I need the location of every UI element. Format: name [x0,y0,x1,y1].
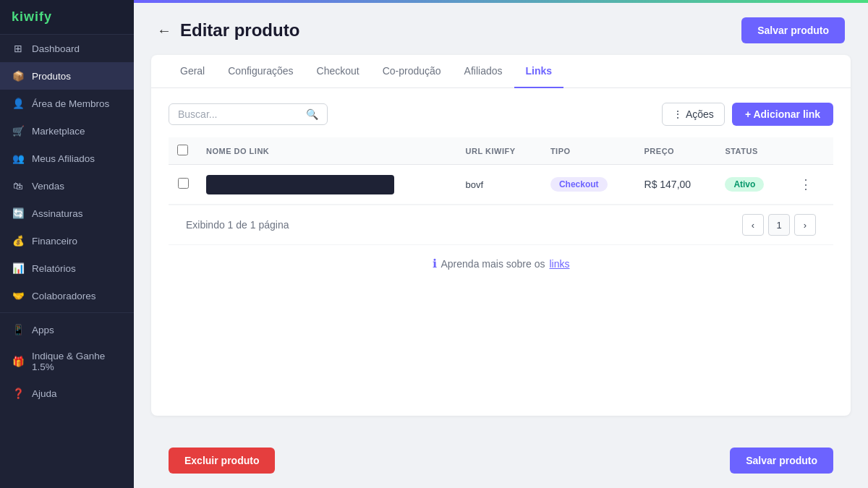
col-preco: PREÇO [636,137,717,165]
row-check [169,165,197,205]
users-icon: 👤 [12,97,25,110]
cell-nome [197,165,457,205]
search-icon: 🔍 [306,108,318,120]
links-table: NOME DO LINK URL KIWIFY TIPO PREÇO STATU… [169,137,833,205]
cell-preco: R$ 147,00 [636,165,717,205]
sidebar-label-assinaturas: Assinaturas [32,208,83,219]
col-check [169,137,197,165]
three-dots-icon: ⋮ [673,108,683,120]
sidebar-item-apps[interactable]: 📱 Apps [0,316,134,343]
cell-row-actions: ⋮ [788,165,833,205]
link-name-redacted [206,175,394,194]
sidebar-label-meus-afiliados: Meus Afiliados [32,153,95,164]
save-product-button-top[interactable]: Salvar produto [741,17,845,43]
sidebar-item-meus-afiliados[interactable]: 👥 Meus Afiliados [0,145,134,172]
sidebar-logo: kiwify [0,0,134,35]
col-url: URL KIWIFY [457,137,542,165]
sidebar-item-ajuda[interactable]: ❓ Ajuda [0,380,134,407]
col-actions [788,137,833,165]
col-tipo: TIPO [542,137,636,165]
bottom-actions: Excluir produto Salvar produto [151,433,851,488]
header-left: ← Editar produto [157,20,299,40]
select-all-checkbox[interactable] [177,145,188,155]
tab-checkout[interactable]: Checkout [305,55,371,88]
gift-icon: 🎁 [12,355,25,368]
team-icon: 🤝 [12,289,25,302]
row-checkbox[interactable] [178,178,189,189]
bar-chart-icon: 📊 [12,262,25,275]
grid-icon: ⊞ [12,42,25,55]
search-box[interactable]: 🔍 [169,103,328,125]
table-body: bovf Checkout R$ 147,00 Ativo ⋮ [169,165,833,205]
store-icon: 🛒 [12,124,25,137]
person-icon: 👥 [12,152,25,165]
search-input[interactable] [178,108,300,120]
logo-text: kiwify [12,9,52,25]
info-link[interactable]: links [549,258,569,270]
sidebar-label-ajuda: Ajuda [32,388,57,399]
cell-url: bovf [457,165,542,205]
cell-tipo: Checkout [542,165,636,205]
info-text: Aprenda mais sobre os [441,258,545,270]
sidebar-label-marketplace: Marketplace [32,126,85,137]
tab-configuracoes[interactable]: Configurações [216,55,305,88]
table-row: bovf Checkout R$ 147,00 Ativo ⋮ [169,165,833,205]
dollar-icon: 💰 [12,234,25,247]
sidebar-label-apps: Apps [32,325,54,335]
col-nome: NOME DO LINK [197,137,457,165]
sidebar-item-indique[interactable]: 🎁 Indique & Ganhe 1.5% [0,343,134,380]
tab-coproducao[interactable]: Co-produção [371,55,453,88]
back-button[interactable]: ← [157,22,171,39]
sidebar-label-area-membros: Área de Membros [32,98,109,109]
tabs-bar: Geral Configurações Checkout Co-produção… [151,55,851,88]
sidebar: kiwify ⊞ Dashboard 📦 Produtos 👤 Área de … [0,0,134,488]
delete-product-button[interactable]: Excluir produto [169,448,275,474]
sidebar-item-financeiro[interactable]: 💰 Financeiro [0,227,134,254]
cell-status: Ativo [716,165,787,205]
table-toolbar: 🔍 ⋮ Ações + Adicionar link [169,103,833,126]
status-badge: Ativo [725,177,764,192]
add-link-button[interactable]: + Adicionar link [732,103,833,126]
row-actions-button[interactable]: ⋮ [796,174,815,195]
content-card: Geral Configurações Checkout Co-produção… [151,55,851,416]
tab-afiliados[interactable]: Afiliados [453,55,514,88]
cart-icon: 🛍 [12,179,25,192]
sidebar-item-colaboradores[interactable]: 🤝 Colaboradores [0,282,134,309]
table-area: 🔍 ⋮ Ações + Adicionar link [151,88,851,296]
sidebar-label-relatorios: Relatórios [32,263,76,274]
pagination-controls: ‹ 1 › [742,214,816,236]
sidebar-label-vendas: Vendas [32,181,64,192]
info-icon: ℹ [433,257,437,270]
acoes-label: Ações [686,108,714,120]
tab-geral[interactable]: Geral [169,55,216,88]
sidebar-label-colaboradores: Colaboradores [32,291,96,301]
current-page: 1 [768,214,790,236]
sidebar-item-relatorios[interactable]: 📊 Relatórios [0,254,134,282]
main-content: ← Editar produto Salvar produto Geral Co… [134,0,868,488]
toolbar-right: ⋮ Ações + Adicionar link [662,103,833,126]
help-icon: ❓ [12,387,25,400]
sidebar-label-indique: Indique & Ganhe 1.5% [32,351,122,372]
sidebar-item-area-membros[interactable]: 👤 Área de Membros [0,90,134,117]
type-badge: Checkout [550,177,608,192]
prev-page-button[interactable]: ‹ [742,214,764,236]
next-page-button[interactable]: › [794,214,816,236]
sidebar-label-produtos: Produtos [32,71,71,82]
app-icon: 📱 [12,323,25,336]
save-product-button-bottom[interactable]: Salvar produto [730,448,833,474]
sidebar-label-dashboard: Dashboard [32,43,80,54]
package-icon: 📦 [12,69,25,82]
pagination-row: Exibindo 1 de 1 página ‹ 1 › [169,205,833,244]
sidebar-item-produtos[interactable]: 📦 Produtos [0,62,134,90]
sidebar-item-marketplace[interactable]: 🛒 Marketplace [0,117,134,145]
page-title: Editar produto [180,20,299,40]
sidebar-item-assinaturas[interactable]: 🔄 Assinaturas [0,200,134,227]
sidebar-item-vendas[interactable]: 🛍 Vendas [0,172,134,200]
tab-links[interactable]: Links [514,55,564,88]
acoes-button[interactable]: ⋮ Ações [662,103,725,126]
info-row: ℹ Aprenda mais sobre os links [169,244,833,282]
sidebar-item-dashboard[interactable]: ⊞ Dashboard [0,35,134,62]
url-suffix: bovf [466,179,484,190]
col-status: STATUS [716,137,787,165]
pagination-info: Exibindo 1 de 1 página [186,219,289,231]
